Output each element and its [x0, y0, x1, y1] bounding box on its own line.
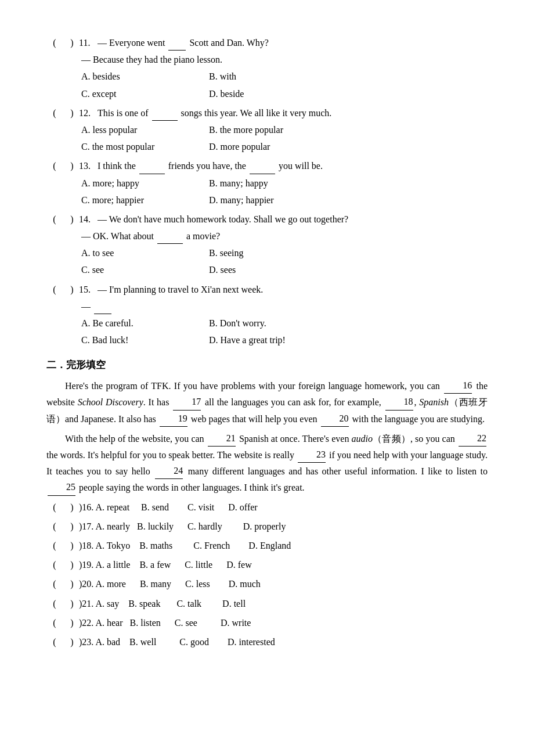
q16-paren-close: ): [63, 499, 79, 515]
question-12: ( ) 12. This is one of songs this year. …: [46, 105, 488, 155]
q15-options: A. Be careful. B. Don't worry.: [81, 315, 488, 331]
blank-22: 22: [459, 430, 486, 447]
q18-text: )18. A. Tokyo B. maths C. French D. Engl…: [79, 538, 291, 553]
q13-optA: A. more; happy: [81, 175, 209, 191]
mc-q20: ( ) )20. A. more B. many C. less D. much: [46, 576, 488, 592]
q13-options2: C. more; happier D. many; happier: [81, 192, 488, 208]
question-11: ( ) 11. — Everyone went Scott and Dan. W…: [46, 35, 488, 102]
q13-optC: C. more; happier: [81, 192, 209, 208]
q14-optD: D. sees: [209, 262, 337, 278]
mc-q16: ( ) )16. A. repeat B. send C. visit D. o…: [46, 499, 488, 515]
q14-options: A. to see B. seeing: [81, 245, 488, 261]
q12-num: 12.: [79, 105, 98, 121]
q12-optB: B. the more popular: [209, 122, 337, 138]
question-14: ( ) 14. — We don't have much homework to…: [46, 211, 488, 278]
q19-text: )19. A. a little B. a few C. little D. f…: [79, 557, 252, 573]
question-13: ( ) 13. I think the friends you have, th…: [46, 158, 488, 208]
q13-blank1: [139, 174, 165, 174]
q15-optC: C. Bad luck!: [81, 332, 209, 348]
q17-text: )17. A. nearly B. luckily C. hardly D. p…: [79, 519, 286, 534]
q15-paren-close: ): [63, 282, 79, 297]
q14-text: — We don't have much homework today. Sha…: [98, 211, 348, 227]
q14-optC: C. see: [81, 262, 209, 278]
q21-text: )21. A. say B. speak C. talk D. tell: [79, 596, 246, 611]
q15-options2: C. Bad luck! D. Have a great trip!: [81, 332, 488, 348]
blank-20: 20: [321, 411, 349, 427]
q14-blank: [157, 243, 183, 244]
q12-optC: C. the most popular: [81, 139, 209, 154]
q13-paren: (: [46, 158, 63, 174]
blank-21: 21: [208, 430, 236, 447]
q23-text: )23. A. bad B. well C. good D. intereste…: [79, 634, 275, 650]
mc-q19: ( ) )19. A. a little B. a few C. little …: [46, 557, 488, 573]
q12-optA: A. less popular: [81, 122, 209, 138]
passage-paragraph1: Here's the program of TFK. If you have p…: [46, 377, 488, 427]
blank-25: 25: [48, 479, 75, 495]
mc-q21: ( ) )21. A. say B. speak C. talk D. tell: [46, 596, 488, 611]
passage-paragraph2: With the help of the website, you can 21…: [46, 430, 488, 496]
q15-optD: D. Have a great trip!: [209, 332, 337, 348]
mc-q23: ( ) )23. A. bad B. well C. good D. inter…: [46, 634, 488, 650]
q11-subline: — Because they had the piano lesson.: [81, 52, 488, 67]
section2-title: 二．完形填空: [46, 357, 488, 374]
q14-optB: B. seeing: [209, 245, 337, 261]
q13-optD: D. many; happier: [209, 192, 337, 208]
q12-options: A. less popular B. the more popular: [81, 122, 488, 138]
q20-text: )20. A. more B. many C. less D. much: [79, 576, 261, 592]
blank-23: 23: [298, 447, 326, 463]
q22-text: )22. A. hear B. listen C. see D. write: [79, 615, 251, 631]
q13-num: 13.: [79, 158, 98, 174]
q19-paren: (: [46, 557, 63, 573]
q20-paren-close: ): [63, 576, 79, 592]
q14-paren-close: ): [63, 211, 79, 227]
q13-options: A. more; happy B. many; happy: [81, 175, 488, 191]
blank-17: 17: [173, 394, 201, 410]
q13-text: I think the friends you have, the you wi…: [98, 158, 323, 174]
mc-q22: ( ) )22. A. hear B. listen C. see D. wri…: [46, 615, 488, 631]
q14-paren: (: [46, 211, 63, 227]
blank-18: 18: [385, 394, 413, 410]
q16-text: )16. A. repeat B. send C. visit D. offer: [79, 499, 258, 515]
q14-subline: — OK. What about a movie?: [81, 228, 488, 244]
q12-options2: C. the most popular D. more popular: [81, 139, 488, 154]
q12-text: This is one of songs this year. We all l…: [98, 105, 331, 121]
mc-q17: ( ) )17. A. nearly B. luckily C. hardly …: [46, 519, 488, 534]
q12-paren-close: ): [63, 105, 79, 121]
q11-paren-close: ): [63, 35, 79, 51]
q22-paren: (: [46, 615, 63, 631]
q17-paren: (: [46, 519, 63, 534]
q13-paren-close: ): [63, 158, 79, 174]
q13-optB: B. many; happy: [209, 175, 337, 191]
q18-paren-close: ): [63, 538, 79, 553]
q11-num: 11.: [79, 35, 98, 51]
q11-optD: D. beside: [209, 86, 337, 102]
q21-paren-close: ): [63, 596, 79, 611]
q11-optB: B. with: [209, 69, 337, 84]
q11-options: A. besides B. with: [81, 69, 488, 84]
q18-paren: (: [46, 538, 63, 553]
q15-blank: [94, 314, 111, 314]
blank-24: 24: [155, 463, 183, 479]
q14-options2: C. see D. sees: [81, 262, 488, 278]
q19-paren-close: ): [63, 557, 79, 573]
q23-paren: (: [46, 634, 63, 650]
question-15: ( ) 15. — I'm planning to travel to Xi'a…: [46, 282, 488, 348]
q15-paren: (: [46, 282, 63, 297]
spanish-text: Spanish: [419, 397, 449, 407]
q14-num: 14.: [79, 211, 98, 227]
q11-optC: C. except: [81, 86, 209, 102]
q21-paren: (: [46, 596, 63, 611]
q15-num: 15.: [79, 282, 98, 297]
q20-paren: (: [46, 576, 63, 592]
q12-optD: D. more popular: [209, 139, 337, 154]
blank-19: 19: [160, 411, 187, 427]
q11-blank: [168, 50, 186, 51]
mc-q18: ( ) )18. A. Tokyo B. maths C. French D. …: [46, 538, 488, 553]
blank-16: 16: [444, 377, 472, 394]
q11-optA: A. besides: [81, 69, 209, 84]
q23-paren-close: ): [63, 634, 79, 650]
q11-options2: C. except D. beside: [81, 86, 488, 102]
q11-text: — Everyone went Scott and Dan. Why?: [98, 35, 269, 51]
q15-subline: —: [81, 298, 488, 314]
q15-optA: A. Be careful.: [81, 315, 209, 331]
